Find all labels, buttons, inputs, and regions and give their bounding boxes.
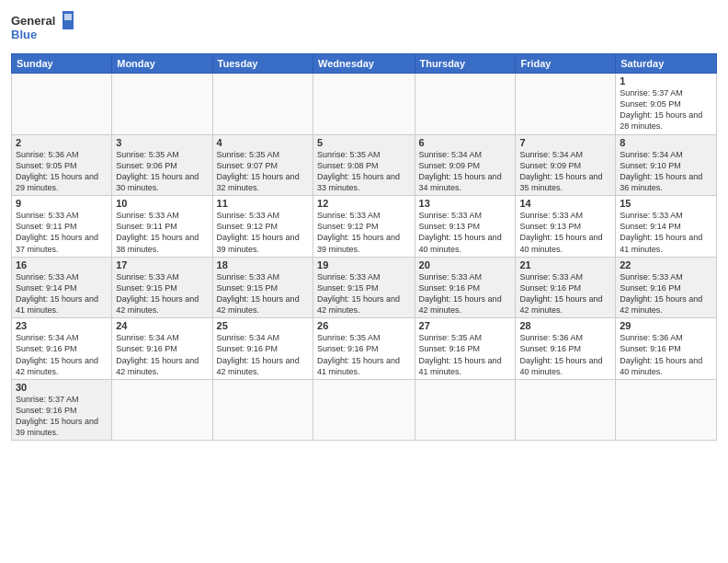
calendar-week-row: 2Sunrise: 5:36 AM Sunset: 9:05 PM Daylig…	[12, 134, 717, 196]
calendar-day-cell: 17Sunrise: 5:33 AM Sunset: 9:15 PM Dayli…	[112, 257, 212, 318]
day-info: Sunrise: 5:34 AM Sunset: 9:16 PM Dayligh…	[116, 332, 208, 377]
weekday-header-cell: Wednesday	[313, 54, 415, 74]
calendar-day-cell: 5Sunrise: 5:35 AM Sunset: 9:08 PM Daylig…	[313, 134, 415, 196]
calendar-day-cell	[212, 74, 313, 135]
day-info: Sunrise: 5:37 AM Sunset: 9:16 PM Dayligh…	[16, 394, 108, 439]
calendar-day-cell: 2Sunrise: 5:36 AM Sunset: 9:05 PM Daylig…	[12, 134, 112, 196]
day-info: Sunrise: 5:35 AM Sunset: 9:16 PM Dayligh…	[419, 332, 512, 377]
day-number: 14	[519, 198, 611, 209]
day-number: 29	[620, 320, 712, 331]
header: General Blue	[11, 9, 717, 46]
svg-marker-3	[64, 14, 72, 20]
page: General Blue SundayMondayTuesdayWednesda…	[0, 0, 728, 563]
calendar-day-cell: 19Sunrise: 5:33 AM Sunset: 9:15 PM Dayli…	[313, 257, 415, 318]
calendar-day-cell: 30Sunrise: 5:37 AM Sunset: 9:16 PM Dayli…	[12, 379, 112, 441]
calendar-day-cell: 16Sunrise: 5:33 AM Sunset: 9:14 PM Dayli…	[12, 257, 112, 318]
day-info: Sunrise: 5:36 AM Sunset: 9:16 PM Dayligh…	[519, 332, 611, 377]
day-info: Sunrise: 5:35 AM Sunset: 9:16 PM Dayligh…	[317, 332, 411, 377]
calendar-week-row: 23Sunrise: 5:34 AM Sunset: 9:16 PM Dayli…	[12, 318, 717, 380]
calendar-week-row: 30Sunrise: 5:37 AM Sunset: 9:16 PM Dayli…	[12, 379, 717, 441]
day-number: 25	[217, 320, 309, 331]
day-number: 13	[419, 198, 512, 209]
day-info: Sunrise: 5:33 AM Sunset: 9:11 PM Dayligh…	[116, 210, 208, 255]
weekday-header-cell: Tuesday	[212, 54, 313, 74]
day-number: 22	[620, 259, 712, 270]
calendar-day-cell	[415, 379, 516, 441]
day-info: Sunrise: 5:35 AM Sunset: 9:08 PM Dayligh…	[317, 149, 411, 194]
day-number: 11	[217, 198, 309, 209]
day-number: 23	[16, 320, 108, 331]
day-info: Sunrise: 5:33 AM Sunset: 9:16 PM Dayligh…	[419, 271, 512, 316]
calendar-day-cell: 4Sunrise: 5:35 AM Sunset: 9:07 PM Daylig…	[212, 134, 313, 196]
day-info: Sunrise: 5:33 AM Sunset: 9:14 PM Dayligh…	[620, 210, 712, 255]
logo: General Blue	[11, 9, 75, 46]
calendar-day-cell	[516, 379, 616, 441]
day-number: 6	[419, 137, 512, 148]
day-info: Sunrise: 5:35 AM Sunset: 9:06 PM Dayligh…	[116, 149, 208, 194]
day-info: Sunrise: 5:34 AM Sunset: 9:10 PM Dayligh…	[620, 149, 712, 194]
day-info: Sunrise: 5:33 AM Sunset: 9:14 PM Dayligh…	[16, 271, 108, 316]
calendar-day-cell: 20Sunrise: 5:33 AM Sunset: 9:16 PM Dayli…	[415, 257, 516, 318]
day-info: Sunrise: 5:33 AM Sunset: 9:15 PM Dayligh…	[317, 271, 411, 316]
generalblue-logo-icon: General Blue	[11, 9, 75, 46]
calendar-day-cell: 9Sunrise: 5:33 AM Sunset: 9:11 PM Daylig…	[12, 196, 112, 258]
day-number: 4	[217, 137, 309, 148]
calendar-day-cell: 6Sunrise: 5:34 AM Sunset: 9:09 PM Daylig…	[415, 134, 516, 196]
day-number: 15	[620, 198, 712, 209]
day-info: Sunrise: 5:34 AM Sunset: 9:16 PM Dayligh…	[217, 332, 309, 377]
weekday-header-cell: Sunday	[12, 54, 112, 74]
day-number: 9	[16, 198, 108, 209]
day-info: Sunrise: 5:34 AM Sunset: 9:09 PM Dayligh…	[419, 149, 512, 194]
calendar-day-cell: 28Sunrise: 5:36 AM Sunset: 9:16 PM Dayli…	[516, 318, 616, 380]
calendar-day-cell: 22Sunrise: 5:33 AM Sunset: 9:16 PM Dayli…	[616, 257, 717, 318]
day-number: 20	[419, 259, 512, 270]
day-info: Sunrise: 5:34 AM Sunset: 9:09 PM Dayligh…	[519, 149, 611, 194]
calendar-table: SundayMondayTuesdayWednesdayThursdayFrid…	[11, 53, 717, 441]
calendar-day-cell: 21Sunrise: 5:33 AM Sunset: 9:16 PM Dayli…	[516, 257, 616, 318]
calendar-day-cell	[112, 379, 212, 441]
calendar-day-cell	[313, 379, 415, 441]
calendar-day-cell: 8Sunrise: 5:34 AM Sunset: 9:10 PM Daylig…	[616, 134, 717, 196]
calendar-day-cell: 26Sunrise: 5:35 AM Sunset: 9:16 PM Dayli…	[313, 318, 415, 380]
calendar-day-cell: 24Sunrise: 5:34 AM Sunset: 9:16 PM Dayli…	[112, 318, 212, 380]
day-number: 7	[519, 137, 611, 148]
day-info: Sunrise: 5:34 AM Sunset: 9:16 PM Dayligh…	[16, 332, 108, 377]
day-info: Sunrise: 5:33 AM Sunset: 9:13 PM Dayligh…	[519, 210, 611, 255]
day-number: 5	[317, 137, 411, 148]
day-info: Sunrise: 5:33 AM Sunset: 9:15 PM Dayligh…	[116, 271, 208, 316]
calendar-day-cell: 12Sunrise: 5:33 AM Sunset: 9:12 PM Dayli…	[313, 196, 415, 258]
weekday-header-cell: Friday	[516, 54, 616, 74]
calendar-day-cell: 7Sunrise: 5:34 AM Sunset: 9:09 PM Daylig…	[516, 134, 616, 196]
day-info: Sunrise: 5:37 AM Sunset: 9:05 PM Dayligh…	[620, 87, 712, 132]
calendar-day-cell: 25Sunrise: 5:34 AM Sunset: 9:16 PM Dayli…	[212, 318, 313, 380]
day-number: 27	[419, 320, 512, 331]
calendar-day-cell: 29Sunrise: 5:36 AM Sunset: 9:16 PM Dayli…	[616, 318, 717, 380]
day-info: Sunrise: 5:36 AM Sunset: 9:05 PM Dayligh…	[16, 149, 108, 194]
day-number: 10	[116, 198, 208, 209]
day-number: 12	[317, 198, 411, 209]
svg-text:Blue: Blue	[11, 28, 37, 41]
day-info: Sunrise: 5:33 AM Sunset: 9:12 PM Dayligh…	[317, 210, 411, 255]
calendar-day-cell: 15Sunrise: 5:33 AM Sunset: 9:14 PM Dayli…	[616, 196, 717, 258]
calendar-day-cell: 1Sunrise: 5:37 AM Sunset: 9:05 PM Daylig…	[616, 74, 717, 135]
calendar-day-cell: 11Sunrise: 5:33 AM Sunset: 9:12 PM Dayli…	[212, 196, 313, 258]
weekday-header-cell: Thursday	[415, 54, 516, 74]
weekday-header-row: SundayMondayTuesdayWednesdayThursdayFrid…	[12, 54, 717, 74]
day-number: 3	[116, 137, 208, 148]
day-info: Sunrise: 5:33 AM Sunset: 9:12 PM Dayligh…	[217, 210, 309, 255]
calendar-day-cell	[415, 74, 516, 135]
day-number: 30	[16, 382, 108, 393]
day-info: Sunrise: 5:33 AM Sunset: 9:11 PM Dayligh…	[16, 210, 108, 255]
day-number: 17	[116, 259, 208, 270]
calendar-week-row: 9Sunrise: 5:33 AM Sunset: 9:11 PM Daylig…	[12, 196, 717, 258]
day-number: 28	[519, 320, 611, 331]
day-info: Sunrise: 5:33 AM Sunset: 9:15 PM Dayligh…	[217, 271, 309, 316]
day-info: Sunrise: 5:35 AM Sunset: 9:07 PM Dayligh…	[217, 149, 309, 194]
weekday-header-cell: Saturday	[616, 54, 717, 74]
calendar-day-cell	[112, 74, 212, 135]
day-number: 2	[16, 137, 108, 148]
calendar-day-cell	[12, 74, 112, 135]
calendar-day-cell: 27Sunrise: 5:35 AM Sunset: 9:16 PM Dayli…	[415, 318, 516, 380]
day-info: Sunrise: 5:33 AM Sunset: 9:13 PM Dayligh…	[419, 210, 512, 255]
calendar-day-cell	[212, 379, 313, 441]
